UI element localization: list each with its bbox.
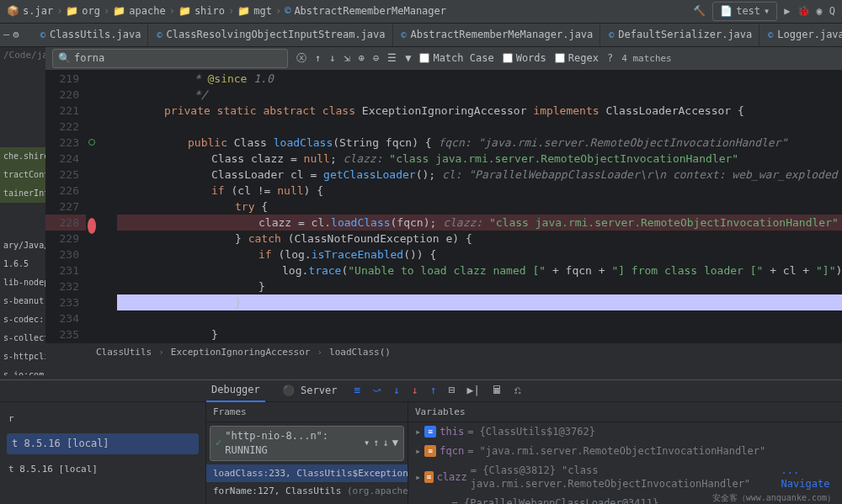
code-line[interactable]: ClassLoader cl = getClassLoader(); cl: "… (117, 167, 842, 183)
crumb[interactable]: 📦s.jar (7, 4, 53, 19)
debugger-tab[interactable]: Debugger (206, 379, 265, 402)
code-line[interactable]: } (117, 279, 842, 294)
clear-icon[interactable]: ⓧ (296, 51, 306, 66)
code-line[interactable]: } (117, 326, 842, 342)
step-into-icon[interactable]: ↓ (393, 383, 400, 398)
breadcrumb-item[interactable]: ExceptionIgnoringAccessor (171, 346, 311, 358)
library-item[interactable]: lib-nodep: (0, 273, 45, 292)
next-frame-icon[interactable]: ↓ (383, 436, 389, 450)
evaluate-expression-icon[interactable]: 🖩 (492, 383, 503, 398)
debug-icon[interactable]: 🐞 (797, 4, 810, 19)
search-everywhere-icon[interactable]: Q (829, 4, 835, 19)
code-line[interactable]: public Class loadClass(String fqcn) { fq… (117, 135, 842, 151)
variable-row[interactable]: ▸≡ this = {ClassUtils$1@3762} (408, 422, 842, 442)
hide-tool-windows-icon[interactable]: — (3, 28, 9, 42)
library-item[interactable]: 1.6.5 (0, 255, 45, 273)
stack-frame[interactable]: loadClass:233, ClassUtils$ExceptionIgnor… (206, 464, 408, 482)
code-line[interactable]: if (cl != null) { (117, 183, 842, 199)
search-icon: 🔍 (58, 51, 71, 66)
library-item[interactable]: s-httpclie (0, 347, 45, 366)
project-tool-window[interactable]: /Code/jav che.shirotractContatainerInte … (0, 47, 45, 375)
editor-tab[interactable]: ©DefaultSerializer.java (602, 24, 759, 46)
code-line[interactable]: */ (117, 87, 842, 103)
footer-watermark: 安全客（www.anquanke.com） (706, 491, 842, 504)
editor-tab[interactable]: ©AbstractRememberMeManager.java (395, 24, 601, 46)
project-item[interactable]: tractConta (0, 166, 45, 184)
words-checkbox[interactable]: Words (503, 51, 546, 66)
trace-icon[interactable]: ⎌ (514, 383, 521, 398)
funnel-icon[interactable]: ▼ (405, 51, 411, 66)
remove-selection-icon[interactable]: ⊖ (373, 51, 379, 66)
add-selection-icon[interactable]: ⊕ (359, 51, 365, 66)
variable-row[interactable]: ▸≡ clazz = {Class@3812} "class java.rmi.… (408, 461, 842, 495)
code-line[interactable]: clazz = cl.loadClass(fqcn); clazz: "clas… (117, 215, 842, 231)
breadcrumb-item[interactable]: ClassUtils (96, 346, 152, 358)
editor-tabs: ©ClassUtils.java©ClassResolvingObjectInp… (0, 24, 842, 47)
library-item[interactable]: s-io:com (0, 366, 45, 375)
server-item[interactable]: t 8.5.16 [local] (3, 458, 202, 480)
crumb[interactable]: 📁apache (113, 4, 165, 19)
settings-icon[interactable]: ⚙ (13, 28, 19, 42)
match-case-checkbox[interactable]: Match Case (419, 51, 493, 66)
help-icon[interactable]: ? (607, 51, 613, 66)
gutter-marks[interactable] (86, 71, 99, 361)
variables-panel: Variables ▸≡ this = {ClassUtils$1@3762}▸… (408, 402, 842, 504)
stack-frame[interactable]: resolveClass:53, ClassResolvingObjectInp… (206, 500, 408, 504)
server-item[interactable]: t 8.5.16 [local] (7, 433, 199, 454)
code-line[interactable]: log.trace("Unable to load clazz named ["… (117, 263, 842, 279)
prev-frame-icon[interactable]: ↑ (373, 436, 379, 450)
editor-tab[interactable]: ©Logger.java (761, 24, 842, 46)
crumb[interactable]: 📁shiro (179, 4, 225, 19)
library-item[interactable]: s-beanut (0, 292, 45, 310)
stack-frame[interactable]: forName:127, ClassUtils (org.apache.shir… (206, 482, 408, 500)
project-item[interactable]: tainerInte (0, 184, 45, 203)
code-line[interactable]: * @since 1.0 (117, 71, 842, 87)
run-config-selector[interactable]: 📄 test ▾ (712, 2, 777, 21)
code-line[interactable] (117, 310, 842, 326)
navigation-bar: 📦s.jar› 📁org› 📁apache› 📁shiro› 📁mgt› ©Ab… (0, 0, 842, 24)
code-line[interactable]: } catch (ClassNotFoundException e) { (117, 231, 842, 247)
toolbar-right: 🔨 📄 test ▾ ▶ 🐞 ◉ Q (693, 2, 835, 21)
next-match-icon[interactable]: ↓ (329, 51, 335, 66)
variable-row[interactable]: ▸≡ fqcn = "java.rmi.server.RemoteObjectI… (408, 442, 842, 461)
stop-icon[interactable]: ◉ (817, 4, 823, 19)
breadcrumb-item[interactable]: loadClass() (329, 346, 391, 358)
library-item[interactable]: ary/Java/J (0, 236, 45, 255)
editor-tab[interactable]: ©ClassUtils.java (34, 24, 148, 46)
thread-selector[interactable]: ✓"http-nio-8...n": RUNNING▾ ↑ ↓ ▼ (210, 426, 404, 461)
prev-match-icon[interactable]: ↑ (315, 51, 321, 66)
crumb[interactable]: 📁mgt (237, 4, 272, 19)
select-all-icon[interactable]: ⇲ (344, 51, 349, 66)
frames-panel: Frames ✓"http-nio-8...n": RUNNING▾ ↑ ↓ ▼… (206, 402, 408, 504)
drop-frame-icon[interactable]: ⊟ (449, 383, 456, 398)
library-item[interactable]: s-codec: (0, 310, 45, 329)
server-tab[interactable]: ⚫ Server (277, 380, 343, 401)
project-path: /Code/jav (0, 47, 45, 63)
debug-left-label: r (3, 407, 202, 430)
crumb[interactable]: 📁org (66, 4, 100, 19)
force-step-into-icon[interactable]: ↓ (412, 383, 418, 398)
code-line[interactable]: if (log.isTraceEnabled()) { (117, 247, 842, 263)
code-editor[interactable]: 2192202212222232242252262272282292302312… (45, 71, 842, 361)
search-input[interactable]: 🔍 forna (52, 49, 288, 68)
threads-icon[interactable]: ≡ (354, 383, 360, 398)
library-item[interactable]: s-collecti (0, 329, 45, 347)
run-icon[interactable]: ▶ (784, 4, 790, 19)
step-over-icon[interactable]: ⤻ (372, 383, 381, 398)
code-line[interactable]: Class clazz = null; clazz: "class java.r… (117, 151, 842, 167)
code-line[interactable]: private static abstract class ExceptionI… (117, 103, 842, 119)
line-gutter[interactable]: 2192202212222232242252262272282292302312… (45, 71, 86, 361)
code-line[interactable]: try { (117, 199, 842, 215)
run-to-cursor-icon[interactable]: ▶| (467, 383, 481, 398)
code-line[interactable] (117, 119, 842, 135)
project-item[interactable]: che.shiro (0, 147, 45, 166)
filter-frames-icon[interactable]: ▼ (392, 436, 398, 450)
filter-icon[interactable]: ☰ (387, 51, 397, 66)
crumb[interactable]: ©AbstractRememberMeManager (285, 4, 446, 19)
step-out-icon[interactable]: ↑ (430, 383, 437, 398)
match-count: 4 matches (621, 52, 672, 65)
editor-tab[interactable]: ©ClassResolvingObjectInputStream.java (150, 24, 392, 46)
code-line[interactable]: } (117, 294, 842, 310)
regex-checkbox[interactable]: Regex (555, 51, 599, 66)
build-icon[interactable]: 🔨 (693, 4, 706, 19)
